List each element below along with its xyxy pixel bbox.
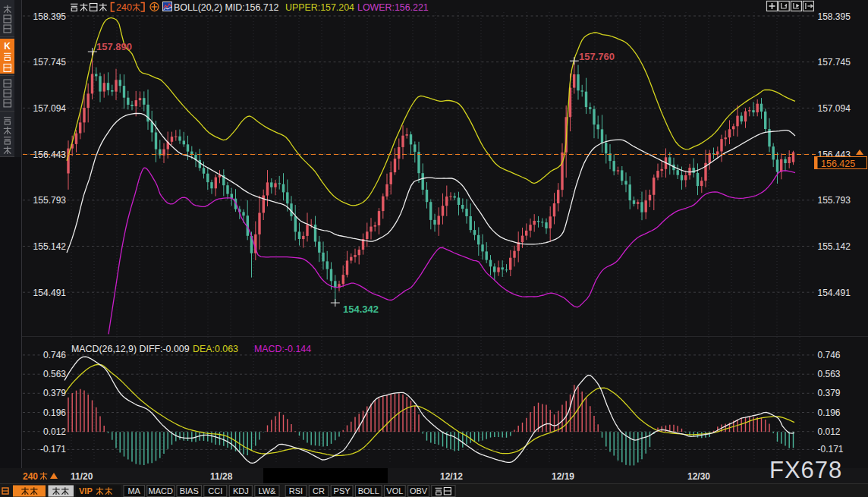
svg-text:OBV: OBV — [410, 486, 428, 495]
svg-text:11/28: 11/28 — [210, 471, 233, 482]
svg-text:157.745: 157.745 — [818, 57, 851, 68]
svg-text:VOL: VOL — [386, 486, 403, 495]
svg-text:154.342: 154.342 — [343, 304, 379, 315]
svg-text:PSY: PSY — [334, 486, 351, 495]
svg-text:0.012: 0.012 — [43, 426, 66, 437]
svg-text:BOLL(20,2) MID:156.712: BOLL(20,2) MID:156.712 — [174, 2, 279, 13]
svg-text:156.425: 156.425 — [821, 159, 855, 169]
svg-text:K: K — [4, 41, 11, 52]
svg-text:156.443: 156.443 — [33, 149, 67, 160]
svg-text:157.094: 157.094 — [33, 103, 67, 114]
svg-text:MA: MA — [127, 486, 140, 495]
svg-text:0.563: 0.563 — [818, 369, 841, 379]
svg-text:0.746: 0.746 — [43, 350, 66, 360]
svg-text:12/19: 12/19 — [552, 471, 574, 482]
svg-text:154.491: 154.491 — [33, 288, 67, 298]
svg-text:0.012: 0.012 — [818, 426, 841, 437]
svg-text:UPPER:157.204: UPPER:157.204 — [285, 2, 354, 13]
svg-text:240: 240 — [116, 2, 132, 13]
svg-text:BOLL: BOLL — [358, 486, 379, 495]
svg-text:12/12: 12/12 — [440, 471, 463, 482]
svg-text:VIP: VIP — [79, 486, 93, 495]
svg-text:155.793: 155.793 — [33, 195, 67, 206]
svg-text:0.379: 0.379 — [818, 388, 841, 398]
svg-text:BIAS: BIAS — [180, 486, 199, 495]
svg-text:0.196: 0.196 — [43, 407, 66, 418]
svg-text:FX678: FX678 — [769, 457, 842, 483]
svg-text:157.745: 157.745 — [33, 57, 67, 68]
svg-text:155.142: 155.142 — [33, 241, 67, 252]
svg-text:LOWER:156.221: LOWER:156.221 — [357, 2, 429, 13]
svg-text:0.379: 0.379 — [43, 388, 66, 398]
svg-text:KDJ: KDJ — [233, 486, 249, 495]
svg-text:158.395: 158.395 — [818, 11, 851, 22]
svg-text:158.395: 158.395 — [33, 11, 67, 22]
svg-text:0.563: 0.563 — [43, 369, 66, 379]
svg-text:12/30: 12/30 — [687, 471, 710, 482]
svg-text:240: 240 — [23, 471, 38, 482]
svg-text:11/20: 11/20 — [71, 471, 93, 482]
svg-text:154.491: 154.491 — [818, 288, 851, 298]
svg-text:MACD: MACD — [149, 486, 173, 495]
svg-text:0.196: 0.196 — [818, 407, 841, 418]
svg-text:RSI: RSI — [289, 486, 303, 495]
svg-text:CCI: CCI — [208, 486, 222, 495]
svg-text:157.760: 157.760 — [579, 51, 615, 62]
svg-text:157.094: 157.094 — [818, 103, 851, 114]
svg-text:155.142: 155.142 — [818, 241, 851, 252]
svg-text:LW&: LW& — [258, 486, 276, 495]
svg-text:157.890: 157.890 — [96, 41, 132, 52]
svg-text:0.746: 0.746 — [818, 350, 841, 360]
svg-text:-0.171: -0.171 — [40, 444, 66, 455]
svg-text:-0.171: -0.171 — [818, 444, 844, 455]
svg-text:155.793: 155.793 — [818, 195, 851, 206]
svg-text:MACD:-0.144: MACD:-0.144 — [254, 344, 311, 354]
svg-text:DEA:0.063: DEA:0.063 — [193, 344, 238, 354]
svg-text:CR: CR — [313, 486, 325, 495]
svg-text:MACD(26,12,9) DIFF:-0.009: MACD(26,12,9) DIFF:-0.009 — [71, 344, 190, 354]
